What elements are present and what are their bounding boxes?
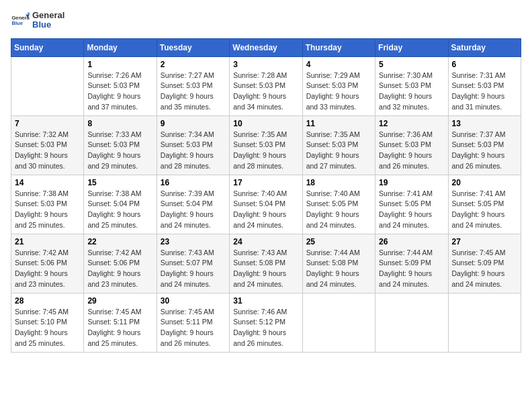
- calendar-cell: 12Sunrise: 7:36 AM Sunset: 5:03 PM Dayli…: [375, 116, 448, 175]
- calendar-cell: 22Sunrise: 7:42 AM Sunset: 5:06 PM Dayli…: [84, 234, 157, 293]
- day-number: 27: [452, 237, 517, 246]
- calendar-cell: 8Sunrise: 7:33 AM Sunset: 5:03 PM Daylig…: [84, 116, 157, 175]
- calendar-cell: 16Sunrise: 7:39 AM Sunset: 5:04 PM Dayli…: [157, 175, 229, 234]
- calendar-cell: [375, 293, 448, 352]
- calendar-cell: 4Sunrise: 7:29 AM Sunset: 5:03 PM Daylig…: [302, 56, 375, 116]
- day-number: 17: [233, 178, 298, 187]
- logo-icon: General Blue: [11, 11, 30, 30]
- col-header-thursday: Thursday: [302, 38, 375, 56]
- day-number: 7: [15, 119, 80, 128]
- day-info: Sunrise: 7:35 AM Sunset: 5:03 PM Dayligh…: [306, 130, 371, 172]
- day-info: Sunrise: 7:46 AM Sunset: 5:12 PM Dayligh…: [233, 307, 298, 349]
- day-number: 15: [87, 178, 152, 187]
- day-number: 28: [15, 296, 80, 306]
- day-number: 30: [161, 296, 226, 306]
- col-header-monday: Monday: [84, 38, 157, 56]
- calendar-cell: 11Sunrise: 7:35 AM Sunset: 5:03 PM Dayli…: [302, 116, 375, 175]
- day-number: 22: [87, 237, 152, 246]
- day-number: 18: [306, 178, 371, 187]
- day-info: Sunrise: 7:31 AM Sunset: 5:03 PM Dayligh…: [452, 71, 517, 113]
- day-info: Sunrise: 7:32 AM Sunset: 5:03 PM Dayligh…: [15, 130, 80, 172]
- calendar-cell: 24Sunrise: 7:43 AM Sunset: 5:08 PM Dayli…: [230, 234, 302, 293]
- day-info: Sunrise: 7:42 AM Sunset: 5:06 PM Dayligh…: [87, 248, 152, 290]
- day-info: Sunrise: 7:39 AM Sunset: 5:04 PM Dayligh…: [161, 189, 226, 231]
- day-number: 5: [379, 60, 444, 69]
- day-info: Sunrise: 7:27 AM Sunset: 5:03 PM Dayligh…: [161, 71, 226, 113]
- day-number: 16: [161, 178, 226, 187]
- calendar-week-5: 28Sunrise: 7:45 AM Sunset: 5:10 PM Dayli…: [11, 293, 521, 352]
- calendar-cell: 23Sunrise: 7:43 AM Sunset: 5:07 PM Dayli…: [157, 234, 229, 293]
- calendar-week-3: 14Sunrise: 7:38 AM Sunset: 5:03 PM Dayli…: [11, 175, 521, 234]
- day-info: Sunrise: 7:45 AM Sunset: 5:10 PM Dayligh…: [15, 307, 80, 349]
- day-number: 9: [161, 119, 226, 128]
- day-info: Sunrise: 7:42 AM Sunset: 5:06 PM Dayligh…: [15, 248, 80, 290]
- calendar-cell: 14Sunrise: 7:38 AM Sunset: 5:03 PM Dayli…: [11, 175, 84, 234]
- logo: General Blue General Blue: [11, 11, 64, 30]
- day-info: Sunrise: 7:41 AM Sunset: 5:05 PM Dayligh…: [379, 189, 444, 231]
- day-number: 1: [87, 60, 152, 69]
- day-number: 3: [233, 60, 298, 69]
- day-info: Sunrise: 7:26 AM Sunset: 5:03 PM Dayligh…: [87, 71, 152, 113]
- calendar-cell: 20Sunrise: 7:41 AM Sunset: 5:05 PM Dayli…: [448, 175, 521, 234]
- day-number: 11: [306, 119, 371, 128]
- calendar-cell: 30Sunrise: 7:45 AM Sunset: 5:11 PM Dayli…: [157, 293, 229, 352]
- day-number: 31: [233, 296, 298, 306]
- calendar-cell: 31Sunrise: 7:46 AM Sunset: 5:12 PM Dayli…: [230, 293, 302, 352]
- day-number: 20: [452, 178, 517, 187]
- calendar-cell: 6Sunrise: 7:31 AM Sunset: 5:03 PM Daylig…: [448, 56, 521, 116]
- calendar-cell: [302, 293, 375, 352]
- day-info: Sunrise: 7:44 AM Sunset: 5:09 PM Dayligh…: [379, 248, 444, 290]
- day-info: Sunrise: 7:43 AM Sunset: 5:08 PM Dayligh…: [233, 248, 298, 290]
- calendar-cell: 28Sunrise: 7:45 AM Sunset: 5:10 PM Dayli…: [11, 293, 84, 352]
- day-number: 21: [15, 237, 80, 246]
- day-info: Sunrise: 7:28 AM Sunset: 5:03 PM Dayligh…: [233, 71, 298, 113]
- calendar-cell: 19Sunrise: 7:41 AM Sunset: 5:05 PM Dayli…: [375, 175, 448, 234]
- col-header-saturday: Saturday: [448, 38, 521, 56]
- calendar-cell: 15Sunrise: 7:38 AM Sunset: 5:04 PM Dayli…: [84, 175, 157, 234]
- calendar-cell: 25Sunrise: 7:44 AM Sunset: 5:08 PM Dayli…: [302, 234, 375, 293]
- calendar-week-2: 7Sunrise: 7:32 AM Sunset: 5:03 PM Daylig…: [11, 116, 521, 175]
- day-info: Sunrise: 7:43 AM Sunset: 5:07 PM Dayligh…: [161, 248, 226, 290]
- logo-blue-text: Blue: [32, 20, 64, 30]
- day-info: Sunrise: 7:34 AM Sunset: 5:03 PM Dayligh…: [161, 130, 226, 172]
- calendar-week-1: 1Sunrise: 7:26 AM Sunset: 5:03 PM Daylig…: [11, 56, 521, 116]
- calendar-cell: [11, 56, 84, 116]
- calendar-cell: 9Sunrise: 7:34 AM Sunset: 5:03 PM Daylig…: [157, 116, 229, 175]
- day-info: Sunrise: 7:29 AM Sunset: 5:03 PM Dayligh…: [306, 71, 371, 113]
- svg-text:Blue: Blue: [11, 20, 23, 26]
- calendar-table: SundayMondayTuesdayWednesdayThursdayFrid…: [11, 38, 521, 353]
- day-info: Sunrise: 7:30 AM Sunset: 5:03 PM Dayligh…: [379, 71, 444, 113]
- calendar-cell: 1Sunrise: 7:26 AM Sunset: 5:03 PM Daylig…: [84, 56, 157, 116]
- day-number: 25: [306, 237, 371, 246]
- day-number: 29: [87, 296, 152, 306]
- day-info: Sunrise: 7:40 AM Sunset: 5:04 PM Dayligh…: [233, 189, 298, 231]
- day-number: 2: [161, 60, 226, 69]
- day-info: Sunrise: 7:37 AM Sunset: 5:03 PM Dayligh…: [452, 130, 517, 172]
- day-info: Sunrise: 7:45 AM Sunset: 5:09 PM Dayligh…: [452, 248, 517, 290]
- col-header-tuesday: Tuesday: [157, 38, 229, 56]
- day-number: 12: [379, 119, 444, 128]
- col-header-sunday: Sunday: [11, 38, 84, 56]
- day-number: 4: [306, 60, 371, 69]
- day-number: 19: [379, 178, 444, 187]
- calendar-cell: 17Sunrise: 7:40 AM Sunset: 5:04 PM Dayli…: [230, 175, 302, 234]
- calendar-cell: 3Sunrise: 7:28 AM Sunset: 5:03 PM Daylig…: [230, 56, 302, 116]
- day-info: Sunrise: 7:45 AM Sunset: 5:11 PM Dayligh…: [87, 307, 152, 349]
- calendar-cell: 21Sunrise: 7:42 AM Sunset: 5:06 PM Dayli…: [11, 234, 84, 293]
- day-number: 10: [233, 119, 298, 128]
- day-info: Sunrise: 7:35 AM Sunset: 5:03 PM Dayligh…: [233, 130, 298, 172]
- day-number: 26: [379, 237, 444, 246]
- calendar-cell: [448, 293, 521, 352]
- day-number: 24: [233, 237, 298, 246]
- calendar-header-row: SundayMondayTuesdayWednesdayThursdayFrid…: [11, 38, 521, 56]
- col-header-friday: Friday: [375, 38, 448, 56]
- day-number: 6: [452, 60, 517, 69]
- calendar-cell: 26Sunrise: 7:44 AM Sunset: 5:09 PM Dayli…: [375, 234, 448, 293]
- calendar-cell: 2Sunrise: 7:27 AM Sunset: 5:03 PM Daylig…: [157, 56, 229, 116]
- day-number: 23: [161, 237, 226, 246]
- calendar-cell: 27Sunrise: 7:45 AM Sunset: 5:09 PM Dayli…: [448, 234, 521, 293]
- day-info: Sunrise: 7:40 AM Sunset: 5:05 PM Dayligh…: [306, 189, 371, 231]
- calendar-cell: 13Sunrise: 7:37 AM Sunset: 5:03 PM Dayli…: [448, 116, 521, 175]
- day-info: Sunrise: 7:44 AM Sunset: 5:08 PM Dayligh…: [306, 248, 371, 290]
- calendar-cell: 5Sunrise: 7:30 AM Sunset: 5:03 PM Daylig…: [375, 56, 448, 116]
